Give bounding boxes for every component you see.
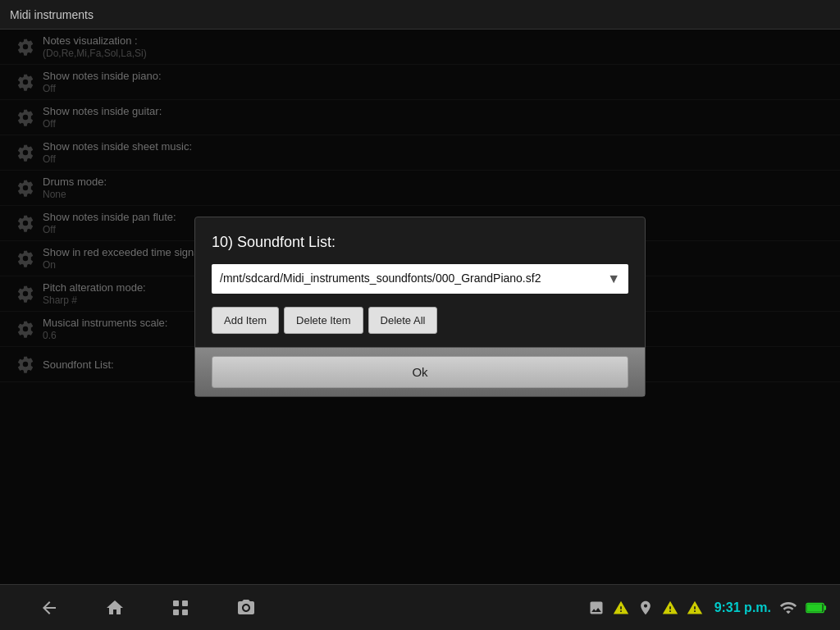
soundfont-dropdown-value: /mnt/sdcard/Midi_instruments_soundfonts/…	[220, 271, 600, 287]
location-icon	[637, 600, 654, 616]
svg-rect-0	[173, 600, 179, 606]
dialog-button-row: Add Item Delete Item Delete All	[212, 307, 628, 334]
ok-button[interactable]: Ok	[212, 356, 628, 388]
delete-item-button[interactable]: Delete Item	[284, 307, 363, 334]
warning-icon-3	[687, 600, 703, 616]
app-title: Midi instruments	[10, 8, 94, 21]
soundfont-dialog: 10) Soundfont List: /mnt/sdcard/Midi_ins…	[194, 217, 646, 397]
svg-rect-6	[807, 604, 823, 611]
nav-buttons	[0, 591, 295, 624]
home-button[interactable]	[94, 591, 135, 624]
svg-rect-5	[824, 605, 826, 610]
battery-icon	[806, 601, 827, 614]
status-time: 9:31 p.m.	[714, 600, 771, 615]
dialog-overlay: 10) Soundfont List: /mnt/sdcard/Midi_ins…	[0, 30, 840, 584]
svg-rect-3	[182, 609, 188, 615]
wifi-icon	[779, 599, 797, 617]
delete-all-button[interactable]: Delete All	[368, 307, 438, 334]
warning-icon-1	[613, 600, 629, 616]
ok-area: Ok	[195, 347, 645, 396]
screenshot-button[interactable]	[226, 591, 267, 624]
recents-button[interactable]	[160, 591, 201, 624]
back-button[interactable]	[29, 591, 70, 624]
warning-icon-2	[662, 600, 678, 616]
status-area: 9:31 p.m.	[295, 599, 840, 617]
svg-rect-1	[182, 600, 188, 606]
nav-bar: 9:31 p.m.	[0, 584, 840, 630]
add-item-button[interactable]: Add Item	[212, 307, 279, 334]
soundfont-dropdown[interactable]: /mnt/sdcard/Midi_instruments_soundfonts/…	[212, 264, 628, 294]
image-icon	[588, 600, 605, 616]
main-content: Notes visualization : (Do,Re,Mi,Fa,Sol,L…	[0, 30, 840, 584]
title-bar: Midi instruments	[0, 0, 840, 30]
dialog-title: 10) Soundfont List:	[212, 234, 628, 251]
svg-rect-2	[173, 609, 179, 615]
chevron-down-icon: ▼	[607, 272, 620, 286]
